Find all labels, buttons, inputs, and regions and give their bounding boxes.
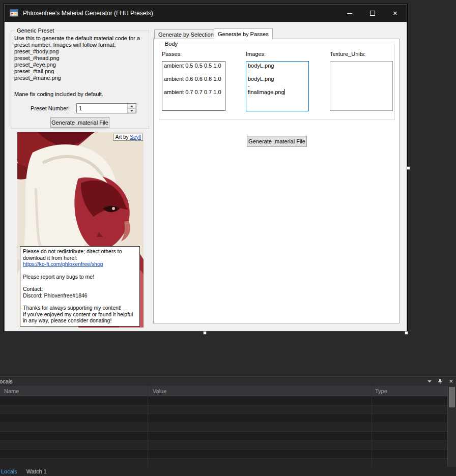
tab-strip: Generate by Selection Generate by Passes	[153, 28, 400, 39]
preset-number-label: Preset Number:	[31, 105, 70, 111]
spin-up-icon	[130, 105, 133, 107]
window-title: Phloxenfree's Material Generator (FHU Pr…	[23, 10, 153, 17]
form-client-area: Generic Preset Use this to generate the …	[5, 22, 407, 331]
thanks-note: Thanks for always supporting my content!…	[23, 305, 137, 324]
spin-down-button[interactable]	[127, 108, 136, 113]
artwork-image: Art by Seyll Please do not redistribute;…	[17, 132, 144, 328]
text-caret	[284, 89, 285, 95]
locals-scrollbar[interactable]	[447, 386, 456, 467]
window-position-button[interactable]	[428, 380, 432, 382]
locals-row	[0, 432, 447, 441]
column-header-type[interactable]: Type	[375, 388, 387, 394]
auto-hide-pin-button[interactable]	[438, 378, 443, 384]
passes-text: ambient 0.5 0.5 0.5 1.0 ambient 0.6 0.6 …	[164, 63, 221, 95]
pin-icon	[438, 378, 443, 384]
scrollbar-thumb[interactable]	[449, 387, 455, 407]
app-icon	[10, 9, 19, 17]
redistribute-note: Please do not redistribute; direct other…	[23, 248, 137, 261]
locals-header[interactable]: Locals ×	[0, 377, 456, 386]
texture-units-textbox[interactable]	[330, 61, 393, 111]
column-header-value[interactable]: Value	[153, 388, 166, 394]
material-generator-window: Phloxenfree's Material Generator (FHU Pr…	[4, 4, 407, 332]
locals-header-icons: ×	[428, 377, 453, 386]
locals-close-button[interactable]: ×	[449, 379, 453, 384]
artist-link[interactable]: Seyll	[130, 134, 141, 140]
tab-watch-1[interactable]: Watch 1	[22, 468, 51, 474]
resize-handle-right[interactable]	[407, 166, 410, 170]
tab-generate-by-selection[interactable]: Generate by Selection	[154, 29, 218, 39]
passes-tab-page: Body Passes: Images: Texture_Units: ambi…	[153, 39, 400, 323]
tab-generate-by-passes[interactable]: Generate by Passes	[214, 28, 273, 39]
minimize-button[interactable]	[338, 5, 361, 22]
images-textbox[interactable]: bodyL.png - bodyL.png - finalimage.png	[246, 61, 309, 111]
locals-row	[0, 405, 447, 414]
locals-row	[0, 459, 447, 467]
maximize-button[interactable]	[361, 5, 384, 22]
spin-up-button[interactable]	[127, 104, 136, 108]
column-header-name[interactable]: Name	[4, 388, 19, 394]
images-text: bodyL.png - bodyL.png - finalimage.png	[248, 63, 284, 95]
maximize-icon	[370, 11, 375, 16]
info-panel: Please do not redistribute; direct other…	[20, 246, 140, 326]
generic-preset-group: Generic Preset Use this to generate the …	[11, 31, 149, 129]
art-credit-prefix: Art by	[115, 134, 130, 140]
spin-down-icon	[130, 110, 133, 112]
column-divider	[148, 386, 148, 467]
body-group: Body Passes: Images: Texture_Units: ambi…	[159, 44, 395, 120]
locals-row	[0, 414, 447, 423]
locals-panel: Locals × Name Value Type	[0, 376, 456, 476]
locals-row	[0, 396, 447, 405]
generic-preset-group-label: Generic Preset	[15, 27, 55, 34]
column-divider	[372, 386, 372, 467]
window-controls: ×	[338, 5, 407, 22]
kofi-shop-link[interactable]: https://ko-fi.com/phloxenfree/shop	[23, 261, 137, 267]
close-button[interactable]: ×	[384, 5, 407, 22]
contact-note: Contact: Discord: Phloxenfree#1846	[23, 286, 137, 299]
images-label: Images:	[246, 51, 266, 57]
mane-fix-note: Mane fix coding included by default.	[14, 91, 103, 97]
locals-row	[0, 450, 447, 459]
body-group-label: Body	[163, 41, 179, 47]
designer-surface: Phloxenfree's Material Generator (FHU Pr…	[0, 0, 456, 476]
titlebar[interactable]: Phloxenfree's Material Generator (FHU Pr…	[5, 5, 407, 22]
preset-description: Use this to generate the default materia…	[14, 35, 140, 81]
texture-units-label: Texture_Units:	[330, 51, 365, 57]
passes-label: Passes:	[162, 51, 182, 57]
bug-report-note: Please report any bugs to me!	[23, 274, 137, 280]
resize-handle-bottom[interactable]	[203, 331, 207, 335]
preset-number-stepper	[76, 103, 136, 113]
chevron-down-icon	[428, 380, 432, 382]
locals-grid	[0, 396, 447, 467]
locals-bottom-tabs: Locals Watch 1	[0, 467, 456, 476]
minimize-icon	[347, 13, 352, 14]
generic-generate-button[interactable]: Generate .material File	[50, 117, 109, 128]
passes-generate-button[interactable]: Generate .material File	[247, 136, 307, 147]
locals-column-headers: Name Value Type	[0, 386, 447, 396]
locals-panel-title: Locals	[0, 378, 13, 384]
art-credit: Art by Seyll	[113, 134, 143, 141]
spinner-buttons	[127, 104, 136, 113]
locals-row	[0, 441, 447, 450]
tab-locals[interactable]: Locals	[0, 468, 22, 474]
tab-control: Generate by Selection Generate by Passes…	[153, 28, 400, 323]
resize-handle-corner[interactable]	[405, 331, 408, 335]
preset-number-input[interactable]	[77, 104, 127, 113]
close-icon: ×	[393, 11, 397, 16]
locals-row	[0, 423, 447, 432]
passes-textbox[interactable]: ambient 0.5 0.5 0.5 1.0 ambient 0.6 0.6 …	[162, 61, 225, 111]
